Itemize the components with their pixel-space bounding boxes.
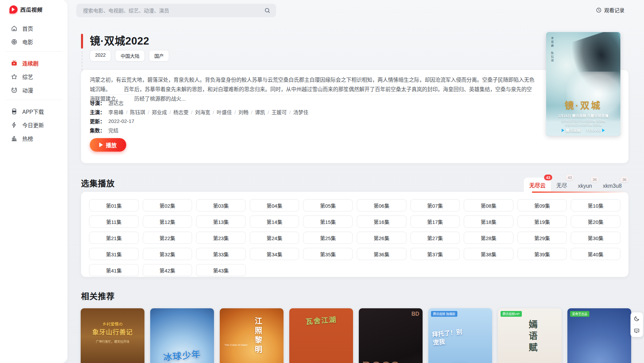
tag-list: 2022中国大陆国产 [90, 50, 169, 61]
cast-name[interactable]: 汤梦佳 [293, 109, 308, 115]
episode-button[interactable]: 第24集 [250, 232, 299, 244]
episode-button[interactable]: 第11集 [89, 215, 139, 228]
search-input[interactable] [83, 8, 264, 14]
episode-button[interactable]: 第34集 [250, 248, 299, 260]
related-card[interactable]: 乡村爱情の 象牙山行善记 广坤行善忙，爆笑拉开场 [81, 308, 144, 363]
episode-button[interactable]: 第06集 [357, 199, 406, 211]
related-card[interactable]: 冰球少年 [150, 308, 214, 363]
episode-button[interactable]: 第18集 [464, 215, 513, 228]
episode-button[interactable]: 第37集 [410, 248, 460, 260]
episode-button[interactable]: 第15集 [303, 215, 353, 228]
episode-button[interactable]: 第16集 [357, 215, 406, 228]
director-name[interactable]: 游达志 [108, 99, 124, 106]
search-bar [76, 4, 276, 17]
episode-button[interactable]: 第36集 [357, 248, 406, 260]
related-card[interactable]: 爱奇艺出品 Vacation of Love [567, 308, 631, 363]
episode-button[interactable]: 第13集 [196, 215, 246, 228]
episode-button[interactable]: 第42集 [143, 264, 192, 276]
episode-button[interactable]: 第23集 [196, 232, 246, 244]
episode-button[interactable]: 第32集 [143, 248, 192, 260]
related-list: 乡村爱情の 象牙山行善记 广坤行善忙，爆笑拉开场 冰球少年 江照黎明 The C… [81, 308, 631, 363]
sidebar-item-home[interactable]: 首页 [0, 22, 68, 35]
episode-button[interactable]: 第31集 [89, 248, 139, 260]
episode-button[interactable]: 第19集 [517, 215, 567, 228]
tab-label: xkyun [578, 183, 592, 189]
cast-name[interactable]: 谭凯 [255, 109, 271, 115]
related-card[interactable]: 江照黎明 The Crack of Dawn [220, 308, 284, 363]
episode-button[interactable]: 第22集 [143, 232, 192, 244]
play-button[interactable]: 播放 [90, 138, 126, 152]
svg-text:APP: APP [13, 111, 16, 112]
search-icon[interactable] [264, 7, 271, 14]
episode-button[interactable]: 第40集 [571, 248, 620, 260]
episode-button[interactable]: 第01集 [89, 199, 139, 211]
episode-button[interactable]: 第17集 [410, 215, 460, 228]
tag-pill[interactable]: 中国大陆 [115, 50, 145, 61]
episode-button[interactable]: 第21集 [89, 232, 139, 244]
sidebar-item-anime[interactable]: 动漫 [0, 83, 68, 97]
brand-logo[interactable]: 西瓜视频 [9, 5, 43, 14]
related-card[interactable]: 腾讯视频 独播剧 拜托了！别宠我 [428, 308, 492, 363]
director-row: 导演： 游达志 [90, 98, 542, 107]
episode-button[interactable]: 第04集 [250, 199, 299, 211]
sidebar-item-app-download[interactable]: APP APP下载 [0, 105, 68, 118]
feedback-comment-icon[interactable] [634, 328, 640, 334]
tv-icon [11, 60, 18, 67]
episode-button[interactable]: 第35集 [303, 248, 353, 260]
episode-button[interactable]: 第12集 [143, 215, 192, 228]
tag-pill[interactable]: 2022 [90, 50, 111, 61]
episode-button[interactable]: 第43集 [196, 264, 246, 276]
poster-credits: 李易峰 陈钰琪 [549, 37, 554, 63]
episode-button[interactable]: 第08集 [464, 199, 513, 211]
sidebar-item-hot-rank[interactable]: 热榜 [0, 132, 68, 145]
episode-button[interactable]: 第09集 [517, 199, 567, 211]
tab-wujinyun[interactable]: 无尽云 43 [524, 178, 551, 193]
episode-button[interactable]: 第27集 [410, 232, 460, 244]
episode-button[interactable]: 第02集 [143, 199, 192, 211]
tab-label: 无尽云 [529, 183, 545, 188]
watch-history-button[interactable]: 观看记录 [596, 6, 624, 14]
episode-button[interactable]: 第20集 [571, 215, 620, 228]
sidebar-item-variety[interactable]: 综艺 [0, 70, 68, 83]
episode-button[interactable]: 第14集 [250, 215, 299, 228]
cast-name[interactable]: 李易峰 [108, 109, 130, 115]
cast-name[interactable]: 陈钰琪 [130, 109, 152, 115]
episode-button[interactable]: 第03集 [196, 199, 246, 211]
episode-button[interactable]: 第38集 [464, 248, 513, 260]
tab-xkm3u8[interactable]: xkm3u8 36 [597, 180, 627, 193]
sidebar-item-label: 今日更新 [22, 121, 44, 129]
tab-wujin[interactable]: 无尽 43 [551, 178, 572, 193]
cast-name[interactable]: 叶盛佳 [217, 109, 238, 115]
sidebar-nav: 首页 电影 连续剧 综艺 动漫 APP APP下载 [0, 22, 68, 145]
tab-xkyun[interactable]: xkyun 36 [572, 180, 597, 193]
episode-button[interactable]: 第26集 [357, 232, 406, 244]
sidebar-item-movies[interactable]: 电影 [0, 35, 68, 49]
episode-button[interactable]: 第25集 [303, 232, 353, 244]
variety-icon [11, 73, 18, 80]
episode-button[interactable]: 第29集 [517, 232, 567, 244]
cast-name[interactable]: 王媛可 [272, 109, 293, 115]
sidebar-item-today-updates[interactable]: 今日更新 [0, 118, 68, 132]
episode-button[interactable]: 第41集 [89, 264, 139, 276]
sidebar-item-series[interactable]: 连续剧 [0, 56, 68, 70]
title-accent-dash [82, 51, 82, 70]
episode-button[interactable]: 第39集 [517, 248, 567, 260]
related-card[interactable]: BD BOSS [359, 308, 423, 363]
related-card[interactable]: 瓦舍江湖 [289, 308, 353, 363]
episode-button[interactable]: 第33集 [196, 248, 246, 260]
episode-button[interactable]: 第10集 [571, 199, 620, 211]
dark-mode-moon-icon[interactable] [634, 315, 640, 322]
episode-button[interactable]: 第30集 [571, 232, 620, 244]
lightning-icon [11, 122, 18, 128]
related-card[interactable]: 腾讯视频VIP 嫣语赋 [498, 308, 562, 363]
episode-button[interactable]: 第28集 [464, 232, 513, 244]
cast-name[interactable]: 刘畅 [238, 109, 255, 115]
tag-pill[interactable]: 国产 [149, 50, 169, 61]
series-poster: 李易峰 陈钰琪 镜·双城 1月16日 腾讯视频 优酷全网首播 会员每周日至周三2… [546, 32, 620, 136]
cast-name[interactable]: 刘海宽 [195, 109, 217, 115]
episode-button[interactable]: 第05集 [303, 199, 353, 211]
episode-button[interactable]: 第07集 [410, 199, 460, 211]
cast-name[interactable]: 杨志雯 [173, 109, 195, 115]
cast-list: 李易峰陈钰琪郑业成杨志雯刘海宽叶盛佳刘畅谭凯王媛可汤梦佳 [108, 108, 308, 115]
cast-name[interactable]: 郑业成 [152, 109, 173, 115]
